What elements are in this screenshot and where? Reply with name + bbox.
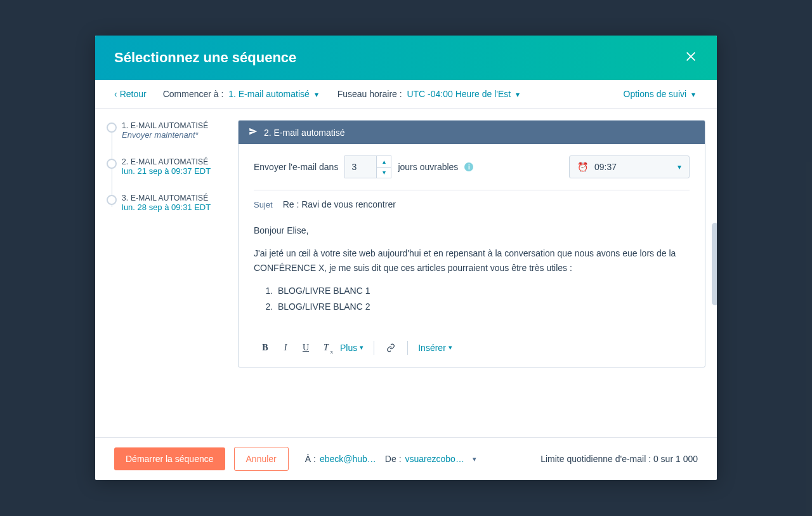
- link-button[interactable]: [382, 339, 400, 357]
- tracking-options-label: Options de suivi: [624, 89, 687, 99]
- tz-label: Fuseau horaire :: [337, 89, 402, 99]
- delay-label: Envoyer l'e-mail dans: [254, 162, 338, 172]
- delay-row: Envoyer l'e-mail dans 3 ▴ ▾ jours ouvrab…: [254, 155, 690, 190]
- step-dot-icon: [107, 159, 117, 169]
- chevron-left-icon: ‹: [114, 89, 117, 99]
- from-label: De :: [385, 454, 402, 464]
- step-dot-icon: [107, 122, 117, 133]
- back-label: Retour: [120, 89, 147, 99]
- delay-days-input[interactable]: 3: [344, 155, 376, 178]
- subject-row: Sujet Re : Ravi de vous rencontrer: [254, 199, 690, 215]
- bold-button[interactable]: B: [256, 339, 274, 357]
- alarm-clock-icon: ⏰: [577, 162, 588, 172]
- step-subtitle: lun. 21 sep à 09:37 EDT: [122, 166, 234, 176]
- modal-title: Sélectionnez une séquence: [114, 50, 296, 66]
- sequence-modal: Sélectionnez une séquence ‹ Retour Comme…: [95, 36, 717, 480]
- step-title: 1. E-MAIL AUTOMATISÉ: [122, 121, 234, 130]
- subheader: ‹ Retour Commencer à : 1. E-mail automat…: [95, 80, 717, 109]
- subject-value[interactable]: Re : Ravi de vous rencontrer: [283, 199, 396, 209]
- daily-limit: Limite quotidienne d'e-mail : 0 sur 1 00…: [540, 454, 698, 464]
- email-list: BLOG/LIVRE BLANC 1 BLOG/LIVRE BLANC 2: [254, 284, 690, 314]
- list-item: BLOG/LIVRE BLANC 2: [275, 300, 690, 314]
- chevron-down-icon: ▾: [691, 90, 695, 99]
- scrollbar[interactable]: [712, 223, 717, 305]
- limit-label: Limite quotidienne d'e-mail :: [540, 454, 651, 464]
- rte-toolbar: B I U Tx Plus ▾: [254, 334, 690, 362]
- tz-value: UTC -04:00 Heure de l'Est: [407, 89, 511, 99]
- start-at-group: Commencer à : 1. E-mail automatisé ▾: [163, 89, 321, 99]
- chevron-down-icon: ▾: [473, 455, 476, 463]
- time-picker[interactable]: ⏰ 09:37 ▾: [569, 155, 690, 178]
- limit-value: 0 sur 1 000: [653, 454, 698, 464]
- email-body-editor[interactable]: Bonjour Elise, J'ai jeté un œil à votre …: [254, 215, 690, 334]
- tracking-options-dropdown[interactable]: Options de suivi ▾: [624, 89, 698, 99]
- delay-spinner: ▴ ▾: [376, 155, 391, 178]
- spinner-up[interactable]: ▴: [377, 156, 391, 168]
- list-item: BLOG/LIVRE BLANC 1: [275, 284, 690, 298]
- chevron-down-icon: ▾: [678, 162, 681, 171]
- chevron-down-icon: ▾: [360, 343, 363, 352]
- email-card-header: 2. E-mail automatisé: [239, 121, 705, 144]
- time-value: 09:37: [594, 162, 617, 172]
- step-title: 3. E-MAIL AUTOMATISÉ: [122, 194, 234, 202]
- email-card: 2. E-mail automatisé Envoyer l'e-mail da…: [238, 120, 705, 367]
- from-value[interactable]: vsuarezcobos@h…: [405, 454, 469, 464]
- to-value[interactable]: ebeck@hub…: [320, 454, 376, 464]
- start-at-dropdown[interactable]: 1. E-mail automatisé ▾: [226, 89, 320, 99]
- chevron-down-icon: ▾: [516, 90, 520, 99]
- info-icon[interactable]: i: [464, 162, 473, 171]
- step-item-3[interactable]: 3. E-MAIL AUTOMATISÉ lun. 28 sep à 09:31…: [107, 194, 234, 212]
- underline-button[interactable]: U: [297, 339, 315, 357]
- back-button[interactable]: ‹ Retour: [114, 89, 147, 99]
- chevron-down-icon: ▾: [315, 90, 318, 99]
- italic-button[interactable]: I: [277, 339, 294, 357]
- step-item-1[interactable]: 1. E-MAIL AUTOMATISÉ Envoyer maintenant*: [107, 121, 234, 140]
- clear-format-button[interactable]: Tx: [317, 339, 335, 357]
- to-field: À : ebeck@hub…: [305, 454, 376, 464]
- timezone-dropdown[interactable]: UTC -04:00 Heure de l'Est ▾: [405, 89, 523, 99]
- email-paragraph: J'ai jeté un œil à votre site web aujour…: [254, 246, 690, 275]
- cancel-button[interactable]: Annuler: [234, 447, 289, 471]
- email-card-title: 2. E-mail automatisé: [264, 128, 345, 138]
- step-dot-icon: [107, 195, 117, 205]
- email-greeting: Bonjour Elise,: [254, 223, 690, 237]
- modal-footer: Démarrer la séquence Annuler À : ebeck@h…: [95, 437, 717, 480]
- step-title: 2. E-MAIL AUTOMATISÉ: [122, 157, 234, 166]
- modal-header: Sélectionnez une séquence: [95, 36, 717, 80]
- subject-label: Sujet: [254, 200, 273, 209]
- step-subtitle: Envoyer maintenant*: [122, 130, 234, 140]
- steps-timeline: 1. E-MAIL AUTOMATISÉ Envoyer maintenant*…: [95, 109, 238, 437]
- more-dropdown[interactable]: Plus ▾: [337, 343, 366, 353]
- insert-dropdown[interactable]: Insérer ▾: [416, 343, 455, 353]
- step-item-2[interactable]: 2. E-MAIL AUTOMATISÉ lun. 21 sep à 09:37…: [107, 157, 234, 176]
- from-field: De : vsuarezcobos@h… ▾: [385, 454, 476, 464]
- start-sequence-button[interactable]: Démarrer la séquence: [114, 447, 225, 470]
- chevron-down-icon: ▾: [449, 343, 452, 352]
- step-subtitle: lun. 28 sep à 09:31 EDT: [122, 202, 234, 212]
- spinner-down[interactable]: ▾: [377, 168, 391, 178]
- editor-column: 2. E-mail automatisé Envoyer l'e-mail da…: [238, 109, 717, 437]
- to-label: À :: [305, 454, 316, 464]
- paper-plane-icon: [249, 127, 258, 138]
- timezone-group: Fuseau horaire : UTC -04:00 Heure de l'E…: [337, 89, 522, 99]
- start-at-label: Commencer à :: [163, 89, 224, 99]
- start-at-value: 1. E-mail automatisé: [228, 89, 310, 99]
- delay-unit: jours ouvrables: [398, 162, 458, 172]
- close-icon[interactable]: [684, 50, 698, 66]
